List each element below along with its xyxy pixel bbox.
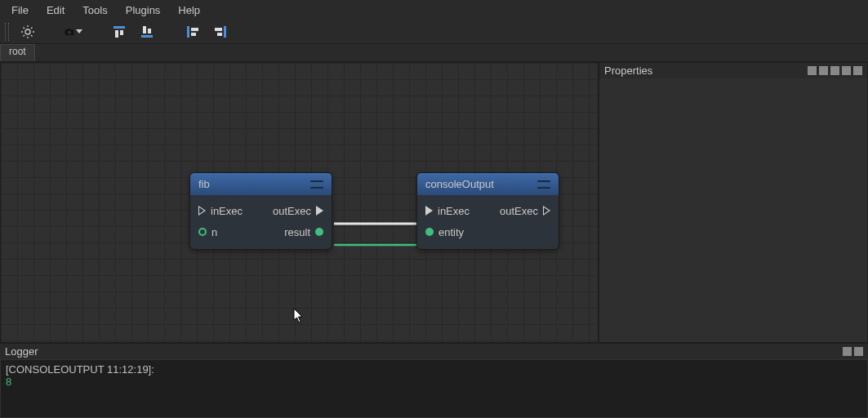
port-in-entity[interactable]: entity <box>425 226 464 238</box>
svg-rect-22 <box>215 28 222 31</box>
tab-root[interactable]: root <box>0 44 35 61</box>
logger-body[interactable]: [CONSOLEOUTPUT 11:12:19]: 8 <box>0 359 868 418</box>
svg-rect-21 <box>224 26 226 38</box>
chevron-down-icon[interactable] <box>76 29 82 33</box>
align-right-icon[interactable] <box>211 23 229 41</box>
align-left-icon[interactable] <box>184 23 202 41</box>
panel-icon[interactable] <box>843 347 852 356</box>
svg-rect-15 <box>141 35 153 38</box>
svg-rect-13 <box>115 30 118 38</box>
menu-tools[interactable]: Tools <box>74 2 115 18</box>
menu-file[interactable]: File <box>3 2 37 18</box>
properties-body <box>599 78 867 342</box>
menu-plugins[interactable]: Plugins <box>118 2 169 18</box>
canvas-tabs: root <box>0 44 868 62</box>
properties-titlebar[interactable]: Properties <box>599 63 867 78</box>
align-top-icon[interactable] <box>110 23 128 41</box>
port-in-n[interactable]: n <box>198 226 217 238</box>
align-bottom-icon[interactable] <box>138 23 156 41</box>
svg-line-6 <box>31 35 33 37</box>
node-consoleoutput-title: consoleOutput <box>425 178 494 190</box>
svg-rect-18 <box>187 26 189 38</box>
sun-icon[interactable] <box>19 23 37 41</box>
toolbar <box>0 20 868 44</box>
hamburger-icon[interactable] <box>537 180 550 189</box>
port-out-exec[interactable]: outExec <box>273 205 323 217</box>
logger-title: Logger <box>5 345 38 358</box>
panel-icon[interactable] <box>819 66 828 75</box>
panel-icon[interactable] <box>842 66 851 75</box>
port-label: n <box>211 226 217 238</box>
port-label: entity <box>438 226 464 238</box>
logger-titlebar[interactable]: Logger <box>0 344 868 359</box>
svg-point-0 <box>25 29 30 34</box>
menubar: File Edit Tools Plugins Help <box>0 0 868 20</box>
port-out-result[interactable]: result <box>284 226 323 238</box>
svg-line-7 <box>24 35 25 37</box>
node-fib-header[interactable]: fib <box>190 173 332 195</box>
port-in-exec[interactable]: inExec <box>198 205 243 217</box>
properties-panel: Properties <box>599 62 868 343</box>
canvas[interactable]: fib inExec outExec n result c <box>0 62 599 343</box>
port-label: result <box>284 226 310 238</box>
node-consoleoutput[interactable]: consoleOutput inExec outExec entity <box>416 172 559 250</box>
port-label: inExec <box>438 205 470 217</box>
toolbar-grip <box>5 23 9 41</box>
menu-help[interactable]: Help <box>170 2 208 18</box>
svg-rect-20 <box>191 33 196 36</box>
svg-rect-19 <box>191 28 198 31</box>
node-fib-title: fib <box>198 178 210 190</box>
svg-rect-16 <box>143 26 146 33</box>
port-label: outExec <box>273 205 311 217</box>
node-consoleoutput-header[interactable]: consoleOutput <box>417 173 559 195</box>
port-label: inExec <box>211 205 243 217</box>
port-out-exec[interactable]: outExec <box>500 205 550 217</box>
panel-icon[interactable] <box>853 66 862 75</box>
svg-rect-23 <box>217 33 222 36</box>
panel-icon[interactable] <box>854 347 863 356</box>
hamburger-icon[interactable] <box>310 180 323 189</box>
cursor-icon <box>293 308 305 324</box>
panel-icon[interactable] <box>808 66 817 75</box>
main-area: fib inExec outExec n result c <box>0 62 868 343</box>
node-fib[interactable]: fib inExec outExec n result <box>189 172 332 250</box>
svg-line-5 <box>24 27 25 29</box>
port-label: outExec <box>500 205 538 217</box>
svg-line-8 <box>31 27 33 29</box>
log-line: [CONSOLEOUTPUT 11:12:19]: <box>6 363 862 376</box>
panel-icon[interactable] <box>830 66 839 75</box>
svg-rect-12 <box>114 26 125 29</box>
svg-rect-14 <box>120 30 123 35</box>
menu-edit[interactable]: Edit <box>38 2 73 18</box>
properties-title: Properties <box>604 64 652 77</box>
port-in-exec[interactable]: inExec <box>425 205 470 217</box>
svg-rect-10 <box>67 29 69 30</box>
svg-rect-17 <box>148 29 151 33</box>
log-line: 8 <box>6 376 862 388</box>
svg-point-11 <box>68 30 71 33</box>
logger-panel: Logger [CONSOLEOUTPUT 11:12:19]: 8 <box>0 343 868 418</box>
camera-icon[interactable] <box>65 23 82 41</box>
